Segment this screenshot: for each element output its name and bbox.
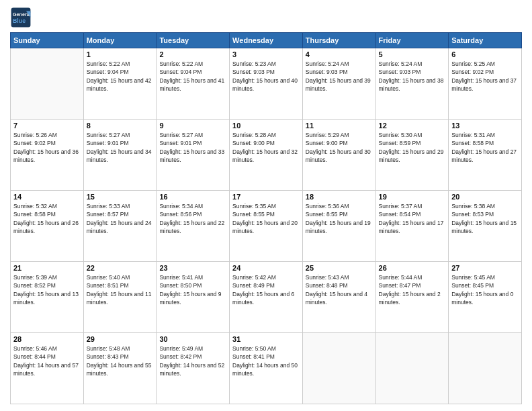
day-number: 18 (306, 193, 373, 201)
day-info: Sunrise: 5:49 AMSunset: 8:42 PMDaylight:… (159, 345, 224, 377)
day-cell: 2 Sunrise: 5:22 AMSunset: 9:04 PMDayligh… (157, 48, 230, 120)
day-number: 14 (13, 193, 81, 201)
day-cell: 4 Sunrise: 5:24 AMSunset: 9:03 PMDayligh… (302, 48, 375, 120)
day-info: Sunrise: 5:33 AMSunset: 8:57 PMDaylight:… (87, 203, 152, 234)
day-cell: 19 Sunrise: 5:37 AMSunset: 8:54 PMDaylig… (375, 191, 449, 262)
day-number: 8 (87, 122, 154, 130)
day-info: Sunrise: 5:27 AMSunset: 9:01 PMDaylight:… (159, 132, 224, 163)
day-cell (11, 48, 84, 120)
week-row-1: 7 Sunrise: 5:26 AMSunset: 9:02 PMDayligh… (11, 120, 522, 191)
day-info: Sunrise: 5:31 AMSunset: 8:58 PMDaylight:… (451, 132, 517, 163)
day-cell: 3 Sunrise: 5:23 AMSunset: 9:03 PMDayligh… (230, 48, 303, 120)
day-number: 31 (232, 335, 300, 343)
day-number: 10 (232, 122, 300, 130)
day-number: 13 (451, 122, 519, 130)
day-info: Sunrise: 5:29 AMSunset: 9:00 PMDaylight:… (306, 132, 371, 163)
day-info: Sunrise: 5:37 AMSunset: 8:54 PMDaylight:… (379, 203, 444, 234)
day-cell: 12 Sunrise: 5:30 AMSunset: 8:59 PMDaylig… (375, 120, 449, 191)
logo-icon: General Blue (10, 7, 32, 28)
calendar: SundayMondayTuesdayWednesdayThursdayFrid… (10, 32, 522, 404)
day-info: Sunrise: 5:35 AMSunset: 8:55 PMDaylight:… (232, 203, 298, 234)
day-cell: 20 Sunrise: 5:38 AMSunset: 8:53 PMDaylig… (449, 191, 522, 262)
day-info: Sunrise: 5:41 AMSunset: 8:50 PMDaylight:… (159, 274, 221, 306)
day-number: 7 (13, 122, 81, 130)
day-cell (302, 333, 375, 404)
day-number: 11 (306, 122, 373, 130)
weekday-sunday: Sunday (11, 33, 84, 48)
day-cell: 10 Sunrise: 5:28 AMSunset: 9:00 PMDaylig… (230, 120, 303, 191)
day-number: 1 (87, 50, 154, 58)
day-info: Sunrise: 5:25 AMSunset: 9:02 PMDaylight:… (451, 60, 517, 92)
day-cell: 9 Sunrise: 5:27 AMSunset: 9:01 PMDayligh… (157, 120, 230, 191)
day-info: Sunrise: 5:38 AMSunset: 8:53 PMDaylight:… (451, 203, 517, 234)
day-number: 27 (451, 264, 519, 272)
day-number: 21 (13, 264, 81, 272)
day-cell: 24 Sunrise: 5:42 AMSunset: 8:49 PMDaylig… (230, 262, 303, 333)
day-number: 24 (232, 264, 300, 272)
day-number: 4 (306, 50, 373, 58)
header: General Blue (10, 7, 522, 28)
day-info: Sunrise: 5:45 AMSunset: 8:45 PMDaylight:… (451, 274, 513, 306)
day-info: Sunrise: 5:22 AMSunset: 9:04 PMDaylight:… (87, 60, 152, 92)
day-cell: 25 Sunrise: 5:43 AMSunset: 8:48 PMDaylig… (302, 262, 375, 333)
day-number: 9 (159, 122, 226, 130)
day-number: 17 (232, 193, 300, 201)
day-cell: 11 Sunrise: 5:29 AMSunset: 9:00 PMDaylig… (302, 120, 375, 191)
day-number: 2 (159, 50, 226, 58)
day-info: Sunrise: 5:46 AMSunset: 8:44 PMDaylight:… (13, 345, 79, 377)
day-cell: 31 Sunrise: 5:50 AMSunset: 8:41 PMDaylig… (230, 333, 303, 404)
day-info: Sunrise: 5:50 AMSunset: 8:41 PMDaylight:… (232, 345, 298, 377)
day-number: 15 (87, 193, 154, 201)
day-info: Sunrise: 5:28 AMSunset: 9:00 PMDaylight:… (232, 132, 298, 163)
day-info: Sunrise: 5:24 AMSunset: 9:03 PMDaylight:… (306, 60, 371, 92)
day-number: 12 (379, 122, 446, 130)
day-cell: 14 Sunrise: 5:32 AMSunset: 8:58 PMDaylig… (11, 191, 84, 262)
day-info: Sunrise: 5:36 AMSunset: 8:55 PMDaylight:… (306, 203, 371, 234)
week-row-4: 28 Sunrise: 5:46 AMSunset: 8:44 PMDaylig… (11, 333, 522, 404)
day-info: Sunrise: 5:30 AMSunset: 8:59 PMDaylight:… (379, 132, 444, 163)
day-number: 5 (379, 50, 446, 58)
day-cell: 29 Sunrise: 5:48 AMSunset: 8:43 PMDaylig… (83, 333, 157, 404)
day-number: 6 (451, 50, 519, 58)
day-cell: 8 Sunrise: 5:27 AMSunset: 9:01 PMDayligh… (83, 120, 157, 191)
calendar-body: 1 Sunrise: 5:22 AMSunset: 9:04 PMDayligh… (11, 48, 522, 404)
day-cell: 7 Sunrise: 5:26 AMSunset: 9:02 PMDayligh… (11, 120, 84, 191)
week-row-2: 14 Sunrise: 5:32 AMSunset: 8:58 PMDaylig… (11, 191, 522, 262)
weekday-tuesday: Tuesday (157, 33, 230, 48)
day-cell: 23 Sunrise: 5:41 AMSunset: 8:50 PMDaylig… (157, 262, 230, 333)
day-cell (449, 333, 522, 404)
day-number: 20 (451, 193, 519, 201)
day-cell: 5 Sunrise: 5:24 AMSunset: 9:03 PMDayligh… (375, 48, 449, 120)
day-number: 30 (159, 335, 226, 343)
day-cell: 27 Sunrise: 5:45 AMSunset: 8:45 PMDaylig… (449, 262, 522, 333)
page: General Blue SundayMondayTuesdayWednesda… (0, 0, 532, 411)
weekday-header: SundayMondayTuesdayWednesdayThursdayFrid… (11, 33, 522, 48)
day-cell: 21 Sunrise: 5:39 AMSunset: 8:52 PMDaylig… (11, 262, 84, 333)
day-info: Sunrise: 5:48 AMSunset: 8:43 PMDaylight:… (87, 345, 152, 377)
day-info: Sunrise: 5:34 AMSunset: 8:56 PMDaylight:… (159, 203, 224, 234)
day-cell: 15 Sunrise: 5:33 AMSunset: 8:57 PMDaylig… (83, 191, 157, 262)
weekday-wednesday: Wednesday (230, 33, 303, 48)
day-cell: 18 Sunrise: 5:36 AMSunset: 8:55 PMDaylig… (302, 191, 375, 262)
day-info: Sunrise: 5:26 AMSunset: 9:02 PMDaylight:… (13, 132, 79, 163)
day-cell: 6 Sunrise: 5:25 AMSunset: 9:02 PMDayligh… (449, 48, 522, 120)
day-cell: 26 Sunrise: 5:44 AMSunset: 8:47 PMDaylig… (375, 262, 449, 333)
day-cell: 1 Sunrise: 5:22 AMSunset: 9:04 PMDayligh… (83, 48, 157, 120)
weekday-saturday: Saturday (449, 33, 522, 48)
day-cell: 13 Sunrise: 5:31 AMSunset: 8:58 PMDaylig… (449, 120, 522, 191)
day-info: Sunrise: 5:24 AMSunset: 9:03 PMDaylight:… (379, 60, 444, 92)
day-cell: 28 Sunrise: 5:46 AMSunset: 8:44 PMDaylig… (11, 333, 84, 404)
day-number: 25 (306, 264, 373, 272)
day-number: 19 (379, 193, 446, 201)
day-number: 29 (87, 335, 154, 343)
day-number: 26 (379, 264, 446, 272)
day-info: Sunrise: 5:32 AMSunset: 8:58 PMDaylight:… (13, 203, 79, 234)
weekday-thursday: Thursday (302, 33, 375, 48)
svg-text:Blue: Blue (13, 17, 26, 24)
day-info: Sunrise: 5:43 AMSunset: 8:48 PMDaylight:… (306, 274, 367, 306)
day-cell: 17 Sunrise: 5:35 AMSunset: 8:55 PMDaylig… (230, 191, 303, 262)
week-row-3: 21 Sunrise: 5:39 AMSunset: 8:52 PMDaylig… (11, 262, 522, 333)
logo: General Blue (10, 7, 32, 28)
day-info: Sunrise: 5:39 AMSunset: 8:52 PMDaylight:… (13, 274, 79, 306)
day-cell: 22 Sunrise: 5:40 AMSunset: 8:51 PMDaylig… (83, 262, 157, 333)
